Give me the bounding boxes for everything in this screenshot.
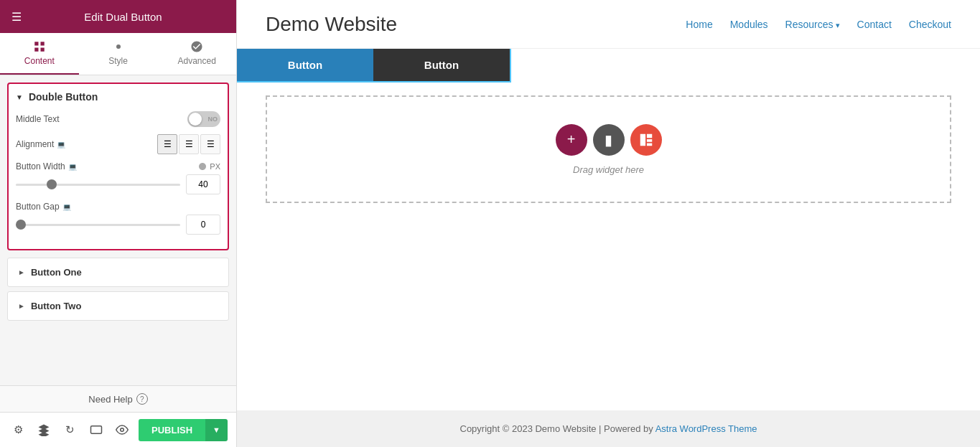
right-panel: Demo Website Home Modules Resources Cont… bbox=[237, 0, 980, 447]
help-icon: ? bbox=[136, 393, 148, 405]
preview-button-two[interactable]: Button bbox=[373, 49, 510, 81]
svg-rect-5 bbox=[90, 426, 101, 434]
drop-actions: + ▮ bbox=[556, 124, 662, 156]
preview-nav: Demo Website Home Modules Resources Cont… bbox=[237, 0, 980, 49]
section-collapse-arrow: ▼ bbox=[16, 93, 23, 101]
button-two-header[interactable]: ► Button Two bbox=[8, 292, 228, 320]
button-width-slider[interactable] bbox=[16, 184, 180, 186]
panel-tabs: Content Style Advanced bbox=[0, 33, 236, 75]
nav-logo: Demo Website bbox=[266, 13, 686, 36]
unit-label: PX bbox=[198, 162, 220, 171]
panel-content: ▼ Double Button Middle Text Alignment bbox=[0, 75, 236, 385]
align-right-button[interactable]: ☰ bbox=[200, 134, 220, 154]
svg-rect-0 bbox=[34, 42, 38, 45]
dual-buttons: Button Button bbox=[237, 49, 510, 81]
panel-header: ☰ Edit Dual Button ⁢⁢⁢⁢⁢⁢⁢ bbox=[0, 0, 236, 33]
button-gap-label: Button Gap 💻 bbox=[16, 202, 220, 212]
need-help-link[interactable]: Need Help ? bbox=[88, 393, 147, 405]
section-double-button-title: Double Button bbox=[29, 91, 98, 103]
preview-top: Button Button ◀ bbox=[237, 49, 980, 81]
tab-content[interactable]: Content bbox=[0, 33, 79, 75]
svg-point-6 bbox=[121, 428, 124, 432]
button-width-input[interactable]: 40 bbox=[186, 174, 220, 194]
hamburger-icon[interactable]: ☰ bbox=[11, 10, 22, 24]
publish-button[interactable]: PUBLISH bbox=[139, 419, 205, 441]
drop-area[interactable]: + ▮ Drag widget here bbox=[266, 95, 951, 203]
svg-point-4 bbox=[116, 44, 121, 49]
button-gap-device-icon: 💻 bbox=[62, 203, 71, 211]
help-area: Need Help ? bbox=[0, 385, 236, 412]
tab-style[interactable]: Style bbox=[79, 33, 158, 75]
alignment-label: Alignment 💻 bbox=[16, 139, 157, 149]
align-left-button[interactable]: ☰ bbox=[157, 134, 177, 154]
button-width-row: Button Width 💻 PX 40 bbox=[16, 161, 220, 194]
svg-rect-9 bbox=[646, 139, 651, 142]
responsive-button[interactable] bbox=[87, 418, 106, 441]
middle-text-toggle[interactable] bbox=[187, 111, 220, 127]
svg-rect-8 bbox=[646, 133, 651, 138]
preview-content: Button Button ◀ + ▮ Drag widget here bbox=[237, 49, 980, 410]
button-two-arrow: ► bbox=[18, 302, 25, 310]
svg-rect-2 bbox=[34, 48, 38, 52]
align-center-button[interactable]: ☰ bbox=[179, 134, 199, 154]
svg-rect-1 bbox=[40, 42, 44, 45]
svg-rect-7 bbox=[640, 133, 645, 146]
button-gap-row: Button Gap 💻 0 bbox=[16, 202, 220, 235]
preview-button-one[interactable]: Button bbox=[237, 49, 373, 81]
button-gap-input[interactable]: 0 bbox=[186, 215, 220, 235]
footer-link[interactable]: Astra WordPress Theme bbox=[655, 423, 757, 434]
eye-button[interactable] bbox=[113, 418, 131, 441]
button-one-header[interactable]: ► Button One bbox=[8, 258, 228, 286]
button-one-label: Button One bbox=[31, 267, 82, 278]
section-double-button-header[interactable]: ▼ Double Button bbox=[16, 91, 220, 103]
nav-link-contact[interactable]: Contact bbox=[857, 19, 892, 30]
add-section-button[interactable]: ▮ bbox=[593, 124, 625, 156]
nav-link-checkout[interactable]: Checkout bbox=[909, 19, 951, 30]
left-panel: ☰ Edit Dual Button ⁢⁢⁢⁢⁢⁢⁢ Content Style… bbox=[0, 0, 237, 447]
need-help-text: Need Help bbox=[88, 394, 132, 405]
button-one-arrow: ► bbox=[18, 268, 25, 276]
middle-text-label: Middle Text bbox=[16, 114, 187, 124]
nav-link-resources[interactable]: Resources bbox=[785, 19, 840, 30]
svg-rect-3 bbox=[40, 48, 44, 52]
button-one-section: ► Button One bbox=[7, 258, 229, 287]
double-button-section: ▼ Double Button Middle Text Alignment bbox=[7, 83, 229, 250]
button-two-section: ► Button Two bbox=[7, 291, 229, 321]
svg-rect-10 bbox=[646, 143, 651, 146]
nav-link-home[interactable]: Home bbox=[686, 19, 712, 30]
tab-advanced[interactable]: Advanced bbox=[157, 33, 236, 75]
elementor-button[interactable] bbox=[630, 124, 662, 156]
button-width-label: Button Width 💻 bbox=[16, 161, 198, 171]
button-two-label: Button Two bbox=[31, 301, 82, 311]
add-widget-button[interactable]: + bbox=[556, 124, 587, 156]
device-icon: 💻 bbox=[57, 141, 65, 149]
layers-button[interactable] bbox=[34, 418, 53, 441]
nav-link-modules[interactable]: Modules bbox=[730, 19, 768, 30]
drop-label: Drag widget here bbox=[573, 164, 644, 175]
gear-button[interactable]: ⚙ bbox=[9, 418, 27, 441]
button-width-device-icon: 💻 bbox=[68, 163, 77, 171]
toolbar-bottom: ⚙ ↻ PUBLISH ▼ bbox=[0, 412, 236, 447]
publish-arrow-button[interactable]: ▼ bbox=[205, 419, 228, 441]
undo-button[interactable]: ↻ bbox=[60, 418, 79, 441]
footer-text: Copyright © 2023 Demo Website | Powered … bbox=[460, 423, 655, 434]
publish-group: PUBLISH ▼ bbox=[139, 419, 228, 441]
button-gap-slider[interactable] bbox=[16, 224, 180, 226]
panel-title: Edit Dual Button bbox=[84, 11, 162, 23]
preview-footer: Copyright © 2023 Demo Website | Powered … bbox=[237, 410, 980, 447]
nav-links: Home Modules Resources Contact Checkout bbox=[686, 19, 951, 30]
middle-text-row: Middle Text bbox=[16, 111, 220, 127]
alignment-row: Alignment 💻 ☰ ☰ ☰ bbox=[16, 134, 220, 154]
alignment-buttons: ☰ ☰ ☰ bbox=[157, 134, 220, 154]
